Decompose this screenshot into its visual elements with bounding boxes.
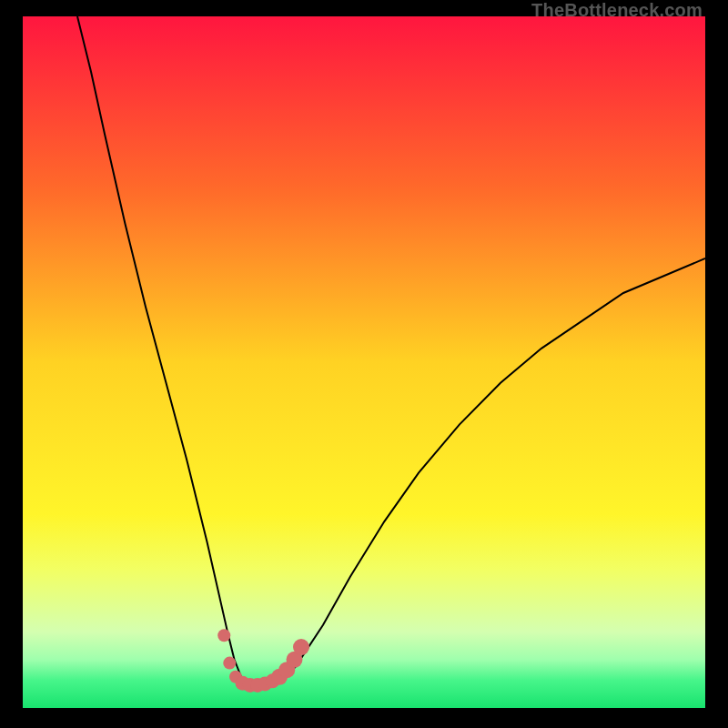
overlay-dot: [293, 639, 309, 655]
chart-plot-area: [23, 16, 705, 708]
overlay-dot: [217, 629, 230, 642]
chart-svg: [23, 16, 705, 708]
overlay-dot: [223, 657, 236, 670]
watermark-text: TheBottleneck.com: [531, 0, 703, 21]
chart-background: [23, 16, 705, 708]
